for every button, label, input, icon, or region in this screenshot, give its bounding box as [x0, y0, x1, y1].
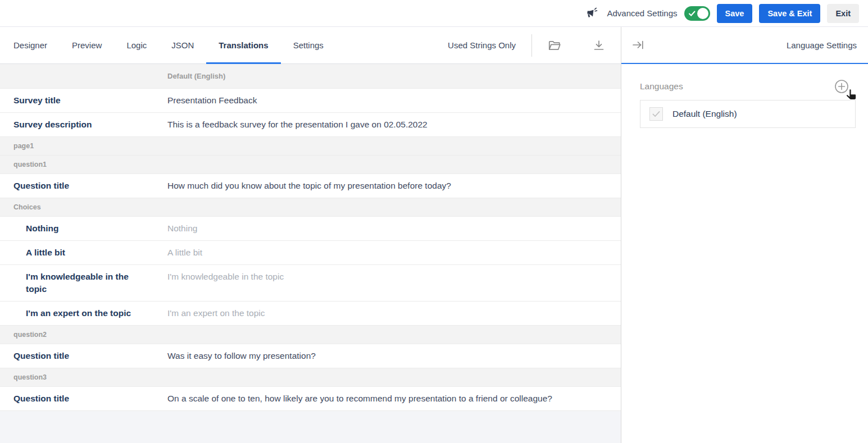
languages-header: Languages: [640, 79, 856, 94]
collapse-panel-icon: [631, 38, 645, 52]
main-area: DesignerPreviewLogicJSONTranslationsSett…: [0, 27, 868, 443]
open-folder-icon: [547, 38, 562, 53]
panel-title: Language Settings: [787, 40, 857, 50]
tab-logic[interactable]: Logic: [114, 27, 159, 63]
section-row-page1: page1: [0, 137, 621, 156]
tabs: DesignerPreviewLogicJSONTranslationsSett…: [0, 27, 336, 63]
translation-value-field[interactable]: Nothing: [167, 217, 621, 240]
translation-row: Survey descriptionThis is a feedback sur…: [0, 113, 621, 137]
collapse-panel-button[interactable]: [631, 38, 645, 52]
section-row-question3: question3: [0, 368, 621, 387]
panel-body: Languages Default (English): [621, 64, 868, 128]
check-icon: [688, 9, 697, 20]
save-and-exit-button[interactable]: Save & Exit: [759, 4, 820, 23]
translation-row: I'm knowledgeable in the topicI'm knowle…: [0, 265, 621, 302]
used-strings-only-button[interactable]: Used Strings Only: [448, 40, 516, 50]
exit-button[interactable]: Exit: [827, 4, 859, 23]
section-row-choices: Choices: [0, 198, 621, 217]
string-name-label: A little bit: [0, 241, 167, 264]
translation-value-field[interactable]: I'm knowledgeable in the topic: [167, 265, 621, 301]
section-row-question1: question1: [0, 156, 621, 174]
advanced-settings-toggle[interactable]: [684, 6, 710, 21]
export-translation-button[interactable]: [577, 39, 621, 52]
translation-value-field[interactable]: I'm an expert on the topic: [167, 302, 621, 325]
translation-row: Question titleHow much did you know abou…: [0, 174, 621, 198]
tab-bar: DesignerPreviewLogicJSONTranslationsSett…: [0, 27, 621, 64]
language-settings-panel: Language Settings Languages Default (Eng…: [621, 27, 868, 443]
toggle-knob: [697, 8, 708, 19]
check-icon: [651, 109, 661, 119]
language-label: Default (English): [672, 109, 737, 119]
panel-header: Language Settings: [621, 27, 868, 64]
translation-value-field[interactable]: Presentation Feedback: [167, 89, 621, 112]
add-language-button[interactable]: [834, 79, 849, 94]
tab-controls: Used Strings Only: [448, 27, 621, 63]
languages-label: Languages: [640, 81, 683, 92]
string-name-label: Survey title: [0, 89, 167, 112]
translation-value-field[interactable]: How much did you know about the topic of…: [167, 174, 621, 198]
translation-value-field[interactable]: On a scale of one to ten, how likely are…: [167, 387, 621, 410]
content-filler: [0, 411, 621, 443]
translations-table: Default (English)Survey titlePresentatio…: [0, 64, 621, 411]
import-translation-button[interactable]: [532, 38, 577, 53]
string-name-label: Nothing: [0, 217, 167, 240]
creator-content: DesignerPreviewLogicJSONTranslationsSett…: [0, 27, 621, 443]
string-name-label: Question title: [0, 344, 167, 368]
string-name-label: I'm knowledgeable in the topic: [0, 265, 167, 301]
string-name-label: I'm an expert on the topic: [0, 302, 167, 325]
translation-row: NothingNothing: [0, 217, 621, 241]
translation-row: Question titleOn a scale of one to ten, …: [0, 387, 621, 411]
table-column-header-row: Default (English): [0, 64, 621, 89]
tab-translations[interactable]: Translations: [206, 27, 280, 63]
section-row-question2: question2: [0, 326, 621, 344]
tab-json[interactable]: JSON: [159, 27, 206, 63]
download-icon: [592, 39, 606, 52]
translation-row: A little bitA little bit: [0, 241, 621, 265]
string-name-label: Survey description: [0, 113, 167, 136]
translation-row: Survey titlePresentation Feedback: [0, 89, 621, 113]
topbar: Advanced Settings Save Save & Exit Exit: [0, 0, 868, 27]
languages-list: Default (English): [640, 100, 856, 128]
plus-circle-icon: [834, 79, 849, 94]
tab-settings[interactable]: Settings: [281, 27, 336, 63]
translation-value-field[interactable]: Was it easy to follow my presentation?: [167, 344, 621, 368]
column-header-spacer: [0, 71, 167, 82]
tab-preview[interactable]: Preview: [60, 27, 114, 63]
language-list-item: Default (English): [640, 101, 855, 127]
translation-value-field[interactable]: This is a feedback survey for the presen…: [167, 113, 621, 136]
tab-designer[interactable]: Designer: [1, 27, 60, 63]
column-header-label: Default (English): [167, 70, 621, 83]
translation-value-field[interactable]: A little bit: [167, 241, 621, 264]
language-checkbox[interactable]: [649, 107, 663, 121]
translation-row: I'm an expert on the topicI'm an expert …: [0, 302, 621, 326]
translation-row: Question titleWas it easy to follow my p…: [0, 344, 621, 368]
string-name-label: Question title: [0, 174, 167, 198]
advanced-settings-label: Advanced Settings: [607, 8, 677, 18]
string-name-label: Question title: [0, 387, 167, 410]
save-button[interactable]: Save: [717, 4, 753, 23]
megaphone-icon: [584, 7, 598, 20]
